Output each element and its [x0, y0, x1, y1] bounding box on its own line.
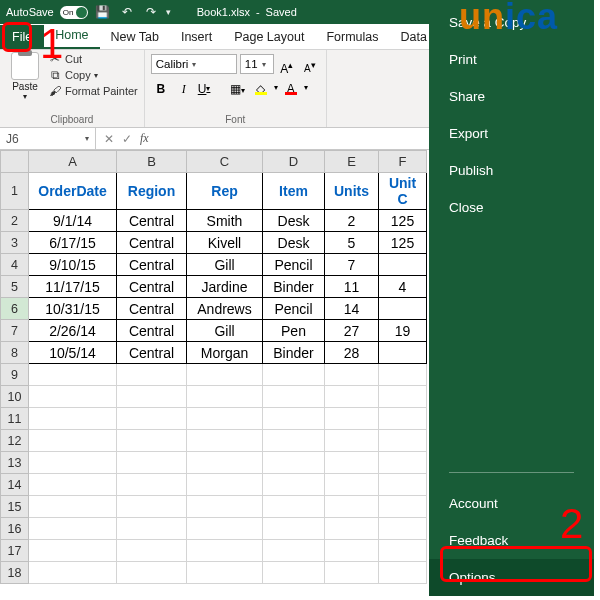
format-painter-button[interactable]: 🖌Format Painter — [48, 84, 138, 98]
cell[interactable] — [117, 430, 187, 452]
cell[interactable] — [379, 254, 427, 276]
cell[interactable]: 19 — [379, 320, 427, 342]
cell[interactable] — [325, 364, 379, 386]
cell[interactable]: 2 — [325, 210, 379, 232]
cell[interactable] — [263, 430, 325, 452]
row-header[interactable]: 14 — [1, 474, 29, 496]
cell[interactable] — [263, 408, 325, 430]
cell[interactable]: 28 — [325, 342, 379, 364]
row-header[interactable]: 13 — [1, 452, 29, 474]
cell[interactable] — [379, 364, 427, 386]
cell[interactable] — [263, 364, 325, 386]
cell[interactable]: Morgan — [187, 342, 263, 364]
row-header[interactable]: 3 — [1, 232, 29, 254]
cell[interactable] — [117, 452, 187, 474]
cell[interactable] — [379, 386, 427, 408]
cell[interactable] — [187, 496, 263, 518]
row-header[interactable]: 18 — [1, 562, 29, 584]
cell[interactable]: Central — [117, 320, 187, 342]
cell[interactable] — [379, 430, 427, 452]
cell[interactable] — [187, 364, 263, 386]
row-header[interactable]: 12 — [1, 430, 29, 452]
backstage-item-publish[interactable]: Publish — [429, 152, 594, 189]
header-cell[interactable]: Unit C — [379, 173, 427, 210]
cell[interactable] — [187, 474, 263, 496]
cell[interactable]: 7 — [325, 254, 379, 276]
copy-button[interactable]: ⧉Copy▾ — [48, 68, 138, 82]
cell[interactable] — [379, 540, 427, 562]
decrease-font-button[interactable]: A▾ — [300, 54, 320, 74]
tab-new-tab[interactable]: New Tab — [100, 26, 170, 49]
column-header[interactable]: C — [187, 151, 263, 173]
tab-insert[interactable]: Insert — [170, 26, 223, 49]
cell[interactable]: Jardine — [187, 276, 263, 298]
column-header[interactable]: A — [29, 151, 117, 173]
cancel-icon[interactable]: ✕ — [104, 132, 114, 146]
cell[interactable]: Desk — [263, 232, 325, 254]
cell[interactable] — [29, 474, 117, 496]
cell[interactable] — [29, 386, 117, 408]
cell[interactable] — [117, 386, 187, 408]
cell[interactable]: Central — [117, 342, 187, 364]
cell[interactable] — [117, 518, 187, 540]
cell[interactable]: Central — [117, 276, 187, 298]
cell[interactable]: 11 — [325, 276, 379, 298]
cell[interactable] — [263, 474, 325, 496]
enter-icon[interactable]: ✓ — [122, 132, 132, 146]
backstage-item-save-a-copy[interactable]: Save a Copy — [429, 4, 594, 41]
cell[interactable]: Gill — [187, 254, 263, 276]
select-all-corner[interactable] — [1, 151, 29, 173]
cell[interactable]: 4 — [379, 276, 427, 298]
cell[interactable] — [263, 452, 325, 474]
tab-home[interactable]: Home — [44, 24, 99, 49]
cell[interactable] — [187, 562, 263, 584]
cell[interactable] — [187, 518, 263, 540]
cell[interactable] — [29, 518, 117, 540]
fx-icon[interactable]: fx — [140, 131, 149, 146]
cell[interactable] — [117, 408, 187, 430]
cell[interactable]: Binder — [263, 276, 325, 298]
cell[interactable] — [263, 540, 325, 562]
backstage-item-account[interactable]: Account — [429, 485, 594, 522]
cell[interactable] — [325, 430, 379, 452]
cell[interactable]: Pen — [263, 320, 325, 342]
row-header[interactable]: 15 — [1, 496, 29, 518]
cell[interactable] — [325, 518, 379, 540]
cell[interactable]: Central — [117, 210, 187, 232]
cell[interactable] — [187, 386, 263, 408]
cell[interactable]: Desk — [263, 210, 325, 232]
cell[interactable] — [263, 386, 325, 408]
redo-icon[interactable]: ↷ — [142, 5, 160, 19]
cell[interactable]: 125 — [379, 210, 427, 232]
increase-font-button[interactable]: A▴ — [277, 54, 297, 74]
cell[interactable] — [379, 518, 427, 540]
save-icon[interactable]: 💾 — [94, 5, 112, 19]
cell[interactable] — [29, 430, 117, 452]
tab-page-layout[interactable]: Page Layout — [223, 26, 315, 49]
backstage-item-print[interactable]: Print — [429, 41, 594, 78]
qat-customize-icon[interactable]: ▾ — [166, 7, 171, 17]
cell[interactable]: 9/1/14 — [29, 210, 117, 232]
cell[interactable] — [117, 364, 187, 386]
row-header[interactable]: 16 — [1, 518, 29, 540]
autosave-toggle[interactable]: On — [60, 6, 88, 19]
cell[interactable] — [379, 342, 427, 364]
row-header[interactable]: 7 — [1, 320, 29, 342]
cell[interactable]: Central — [117, 232, 187, 254]
backstage-item-options[interactable]: Options — [429, 559, 594, 596]
backstage-item-export[interactable]: Export — [429, 115, 594, 152]
backstage-item-share[interactable]: Share — [429, 78, 594, 115]
cell[interactable]: 6/17/15 — [29, 232, 117, 254]
row-header[interactable]: 5 — [1, 276, 29, 298]
cell[interactable] — [263, 562, 325, 584]
backstage-item-feedback[interactable]: Feedback — [429, 522, 594, 559]
font-color-button[interactable]: A — [281, 78, 301, 98]
cell[interactable] — [379, 474, 427, 496]
cell[interactable]: Pencil — [263, 254, 325, 276]
name-box[interactable]: J6▾ — [0, 128, 96, 149]
cell[interactable]: 27 — [325, 320, 379, 342]
cell[interactable] — [29, 364, 117, 386]
cell[interactable] — [29, 562, 117, 584]
cell[interactable]: 10/5/14 — [29, 342, 117, 364]
undo-icon[interactable]: ↶ — [118, 5, 136, 19]
